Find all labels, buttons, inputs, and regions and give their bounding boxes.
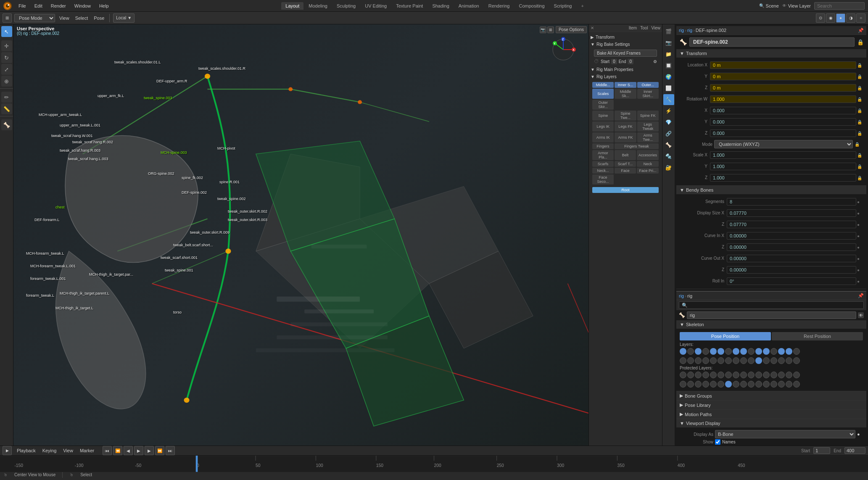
tool-cursor[interactable]: ↖ xyxy=(1,26,12,37)
prot-layer-17[interactable] xyxy=(680,381,686,388)
layer-11[interactable] xyxy=(755,348,762,355)
toolbar-pose[interactable]: Pose xyxy=(92,15,106,21)
layer-9[interactable] xyxy=(740,348,747,355)
prot-layer-4[interactable] xyxy=(702,372,709,378)
tab-animation[interactable]: Animation xyxy=(454,2,483,10)
tab-uv-editing[interactable]: UV Editing xyxy=(361,2,391,10)
rig-bake-header[interactable]: ▼ Rig Bake Settings xyxy=(591,41,660,48)
menu-file[interactable]: File xyxy=(17,3,28,9)
layer-27[interactable] xyxy=(755,357,762,364)
prot-layer-7[interactable] xyxy=(725,372,732,378)
layer-scarf-t[interactable]: Scarf T... xyxy=(615,161,636,167)
prot-layer-5[interactable] xyxy=(710,372,717,378)
layer-middle-sk[interactable]: Middle Sk... xyxy=(615,89,636,99)
layer-18[interactable] xyxy=(687,357,694,364)
prop-icon-world[interactable]: 🌍 xyxy=(663,71,674,82)
curve-in-x-value[interactable]: 0.00000 xyxy=(727,232,856,240)
obj-bc-rig[interactable]: rig xyxy=(679,293,684,298)
location-x-value[interactable]: 0 m xyxy=(710,61,856,69)
prop-icon-particles[interactable]: ⚡ xyxy=(663,105,674,116)
layer-spine-fk[interactable]: Spine FK xyxy=(637,111,659,121)
pose-options-button[interactable]: Pose Options xyxy=(556,26,587,33)
layer-arms-ik[interactable]: Arms IK xyxy=(592,132,614,142)
timeline-playback[interactable]: Playback xyxy=(15,447,37,454)
end-frame-input[interactable] xyxy=(844,447,865,454)
layer-24[interactable] xyxy=(733,357,739,364)
scale-z-value[interactable]: 1.000 xyxy=(710,174,856,182)
bake-all-keyed-button[interactable]: Bake All Keyed Frames xyxy=(594,50,657,57)
prop-icon-object[interactable]: ⬜ xyxy=(663,83,674,94)
toolbar-view[interactable]: View xyxy=(58,15,71,21)
viewport-gizmo[interactable]: X Y Z xyxy=(551,37,576,62)
rotation-z-value[interactable]: 0.000 xyxy=(710,129,856,137)
layer-30[interactable] xyxy=(778,357,785,364)
prop-icon-bone-constraints[interactable]: 🔐 xyxy=(663,162,674,173)
prop-icon-output[interactable]: 📁 xyxy=(663,49,674,60)
layer-22[interactable] xyxy=(718,357,724,364)
layer-fingers[interactable]: Fingers xyxy=(592,143,614,149)
prot-layer-6[interactable] xyxy=(718,372,724,378)
bone-name-lock[interactable]: 🔒 xyxy=(857,39,863,45)
prop-icon-render[interactable]: 📷 xyxy=(663,37,674,48)
layer-1[interactable] xyxy=(680,348,686,355)
armature-name-input[interactable] xyxy=(687,311,856,319)
prot-layer-19[interactable] xyxy=(695,381,702,388)
toolbar-icon-1[interactable]: ⊞ xyxy=(3,13,12,23)
rot-w-lock[interactable]: 🔒 xyxy=(857,97,863,102)
tool-scale[interactable]: ⤢ xyxy=(1,64,12,75)
layer-32[interactable] xyxy=(793,357,800,364)
prot-layer-12[interactable] xyxy=(763,372,770,378)
names-checkbox[interactable] xyxy=(715,439,720,445)
timeline-view[interactable]: View xyxy=(61,447,75,454)
transform-col-header[interactable]: ▼ Transform xyxy=(676,49,866,58)
loc-y-lock[interactable]: 🔒 xyxy=(857,74,863,79)
motion-paths-header[interactable]: ▶ Motion Paths xyxy=(676,410,866,419)
layer-19[interactable] xyxy=(695,357,702,364)
prot-layer-25[interactable] xyxy=(740,381,747,388)
prop-icon-physics[interactable]: 💎 xyxy=(663,117,674,128)
n-tab-tool[interactable]: Tool xyxy=(640,26,648,30)
bake-settings-gear[interactable]: ⚙ xyxy=(653,59,657,64)
layer-inner-s[interactable]: Inner S... xyxy=(615,82,636,88)
layer-13[interactable] xyxy=(770,348,777,355)
jump-start-btn[interactable]: ⏮ xyxy=(103,446,112,455)
prev-frame-btn[interactable]: ⏪ xyxy=(113,446,122,455)
start-frame-input[interactable] xyxy=(813,447,830,454)
prop-icon-view-layer[interactable]: 🔲 xyxy=(663,60,674,71)
rot-z-lock[interactable]: 🔒 xyxy=(857,131,863,136)
loc-z-lock[interactable]: 🔒 xyxy=(857,86,863,90)
prot-layer-23[interactable] xyxy=(725,381,732,388)
n-tab-view[interactable]: View xyxy=(652,26,661,30)
rest-position-button[interactable]: Rest Position xyxy=(772,332,863,340)
camera-icon[interactable]: 📷 xyxy=(540,26,546,33)
layer-belt[interactable]: Belt xyxy=(615,150,636,160)
prot-layer-26[interactable] xyxy=(748,381,755,388)
prot-layer-14[interactable] xyxy=(778,372,785,378)
prot-layer-11[interactable] xyxy=(755,372,762,378)
rotation-mode-dropdown[interactable]: Quaternion (WXYZ) XYZ Euler Axis Angle xyxy=(714,140,853,148)
xray-icon[interactable]: ◉ xyxy=(826,13,835,23)
layer-17[interactable] xyxy=(680,357,686,364)
prot-layer-30[interactable] xyxy=(778,381,785,388)
next-keyframe-btn[interactable]: ▶ xyxy=(145,446,154,455)
prot-layer-2[interactable] xyxy=(687,372,694,378)
start-value[interactable]: 0 xyxy=(611,59,617,64)
scale-y-value[interactable]: 1.000 xyxy=(710,163,856,170)
tab-compositing[interactable]: Compositing xyxy=(514,2,549,10)
pivot-icon[interactable]: Local ▼ xyxy=(113,13,135,23)
segments-value[interactable]: 8 xyxy=(727,198,856,206)
next-frame-btn[interactable]: ⏩ xyxy=(155,446,164,455)
layer-outer-skir[interactable]: Outer Skir... xyxy=(592,100,614,110)
layer-8[interactable] xyxy=(733,348,739,355)
prot-layer-16[interactable] xyxy=(793,372,800,378)
menu-render[interactable]: Render xyxy=(49,3,68,9)
layer-28[interactable] xyxy=(763,357,770,364)
layer-4[interactable] xyxy=(702,348,709,355)
timeline-marker[interactable]: Marker xyxy=(78,447,96,454)
n-panel-close[interactable]: ✕ xyxy=(591,26,594,30)
root-button[interactable]: Root xyxy=(592,187,659,193)
layer-legs-ik[interactable]: Legs IK xyxy=(592,121,614,132)
layer-29[interactable] xyxy=(770,357,777,364)
curve-out-x-value[interactable]: 0.00000 xyxy=(727,255,856,262)
layer-2[interactable] xyxy=(687,348,694,355)
